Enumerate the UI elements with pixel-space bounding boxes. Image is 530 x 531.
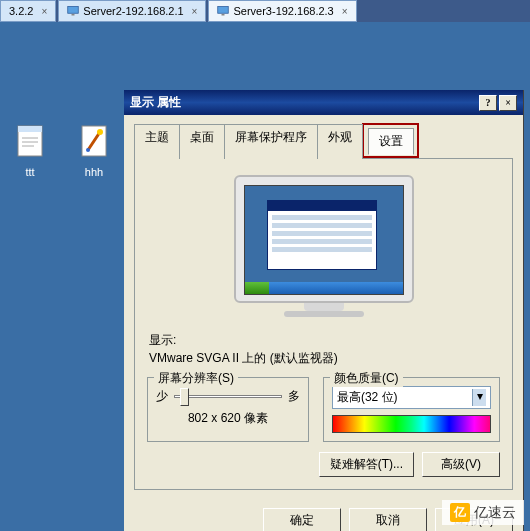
svg-rect-3	[222, 14, 225, 16]
vm-tab-2[interactable]: Server2-192.168.2.1 ×	[58, 0, 206, 22]
slider-thumb[interactable]	[180, 388, 189, 406]
vm-tab-bar: 3.2.2 × Server2-192.168.2.1 × Server3-19…	[0, 0, 530, 22]
close-icon[interactable]: ×	[192, 6, 198, 17]
desktop-icon-hhh[interactable]: hhh	[70, 122, 118, 178]
tab-label: Server2-192.168.2.1	[83, 5, 183, 17]
chevron-down-icon: ▾	[472, 389, 486, 406]
icon-label: hhh	[70, 166, 118, 178]
close-button[interactable]: ×	[499, 95, 517, 111]
dialog-tab-strip: 主题 桌面 屏幕保护程序 外观 设置	[134, 123, 513, 159]
tab-settings-highlight: 设置	[362, 123, 419, 158]
vm-tab-3[interactable]: Server3-192.168.2.3 ×	[208, 0, 356, 22]
paint-icon	[78, 122, 110, 162]
display-properties-dialog: 显示 属性 ? × 主题 桌面 屏幕保护程序 外观 设置	[124, 90, 524, 531]
tab-label: 3.2.2	[9, 5, 33, 17]
svg-point-11	[86, 148, 90, 152]
monitor-icon	[67, 5, 79, 17]
remote-desktop: ttt hhh 显示 属性 ? × 主题 桌面 屏幕保护程序 外观 设置	[0, 22, 530, 531]
tab-label: Server3-192.168.2.3	[233, 5, 333, 17]
color-quality-select[interactable]: 最高(32 位) ▾	[332, 386, 491, 409]
tab-appearance[interactable]: 外观	[317, 124, 363, 159]
preview-window	[267, 200, 377, 270]
tab-screensaver[interactable]: 屏幕保护程序	[224, 124, 318, 159]
color-legend: 颜色质量(C)	[330, 370, 403, 387]
preview-start	[245, 282, 269, 294]
tab-theme[interactable]: 主题	[134, 124, 180, 159]
svg-rect-2	[218, 7, 229, 14]
display-heading: 显示:	[149, 331, 498, 349]
settings-panel: 显示: VMware SVGA II 上的 (默认监视器) 屏幕分辨率(S) 少…	[134, 159, 513, 490]
svg-rect-5	[18, 126, 42, 132]
ok-button[interactable]: 确定	[263, 508, 341, 531]
help-button[interactable]: ?	[479, 95, 497, 111]
res-more-label: 多	[288, 388, 300, 405]
watermark-text: 亿速云	[474, 504, 516, 522]
svg-rect-0	[68, 7, 79, 14]
troubleshoot-button[interactable]: 疑难解答(T)...	[319, 452, 414, 477]
cancel-button[interactable]: 取消	[349, 508, 427, 531]
advanced-button[interactable]: 高级(V)	[422, 452, 500, 477]
vm-tab-1[interactable]: 3.2.2 ×	[0, 0, 56, 22]
watermark: 亿 亿速云	[442, 500, 524, 525]
monitor-icon	[217, 5, 229, 17]
svg-point-10	[97, 129, 103, 135]
dialog-title: 显示 属性	[130, 94, 181, 111]
resolution-legend: 屏幕分辨率(S)	[154, 370, 238, 387]
color-quality-value: 最高(32 位)	[337, 389, 398, 406]
desktop-icon-ttt[interactable]: ttt	[6, 122, 54, 178]
color-quality-group: 颜色质量(C) 最高(32 位) ▾	[323, 377, 500, 442]
close-icon[interactable]: ×	[41, 6, 47, 17]
notepad-icon	[14, 122, 46, 162]
resolution-group: 屏幕分辨率(S) 少 多 802 x 620 像素	[147, 377, 309, 442]
title-bar[interactable]: 显示 属性 ? ×	[124, 90, 523, 115]
tab-desktop[interactable]: 桌面	[179, 124, 225, 159]
display-device: VMware SVGA II 上的 (默认监视器)	[149, 349, 498, 367]
svg-rect-1	[72, 14, 75, 16]
resolution-value: 802 x 620 像素	[156, 410, 300, 427]
close-icon[interactable]: ×	[342, 6, 348, 17]
color-spectrum	[332, 415, 491, 433]
watermark-badge: 亿	[450, 503, 470, 522]
monitor-preview	[147, 169, 500, 327]
tab-settings[interactable]: 设置	[368, 128, 414, 155]
resolution-slider[interactable]	[174, 386, 282, 406]
res-less-label: 少	[156, 388, 168, 405]
icon-label: ttt	[6, 166, 54, 178]
